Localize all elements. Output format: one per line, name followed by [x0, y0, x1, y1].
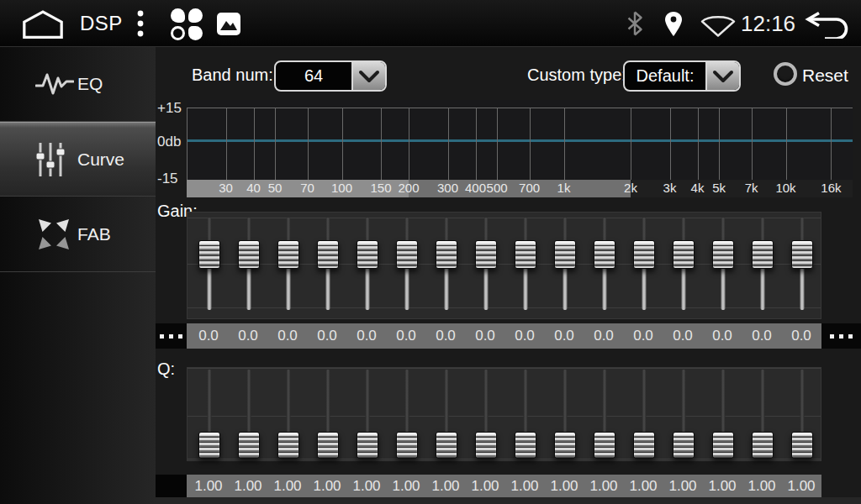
gain-slider-13[interactable] — [673, 218, 695, 310]
gain-slider-14[interactable] — [712, 218, 734, 310]
q-slider-16[interactable] — [791, 368, 813, 459]
gain-slider-1[interactable] — [198, 218, 220, 310]
bluetooth-icon — [626, 11, 643, 36]
q-slider-1[interactable] — [198, 368, 220, 459]
q-value-7: 1.00 — [431, 478, 459, 495]
clover-petal — [171, 8, 185, 23]
grid-line-freq — [342, 108, 343, 180]
sidebar-item-curve[interactable]: Curve — [0, 122, 156, 197]
grid-line-freq — [631, 108, 631, 180]
q-slider-15[interactable] — [752, 368, 774, 459]
q-value-11: 1.00 — [589, 478, 617, 495]
q-slider-9[interactable] — [515, 368, 536, 459]
slider-handle[interactable] — [317, 240, 339, 269]
slider-handle[interactable] — [752, 240, 774, 269]
gain-slider-9[interactable] — [515, 218, 536, 310]
q-slider-7[interactable] — [436, 368, 457, 459]
sidebar: EQ Curve FAB — [0, 47, 156, 504]
grid-line-freq — [381, 108, 382, 180]
slider-handle[interactable] — [198, 240, 220, 269]
custom-type-value: Default: — [625, 62, 705, 90]
slider-handle[interactable] — [396, 432, 418, 459]
q-slider-8[interactable] — [475, 368, 497, 459]
overflow-menu-icon[interactable] — [135, 9, 146, 38]
slider-track-upper — [247, 370, 251, 437]
gain-slider-15[interactable] — [752, 218, 774, 310]
gallery-icon[interactable] — [217, 13, 240, 35]
slider-handle[interactable] — [357, 240, 378, 269]
slider-handle[interactable] — [396, 240, 418, 269]
gain-slider-5[interactable] — [357, 218, 378, 310]
y-axis-label-0db: 0db — [157, 134, 186, 150]
back-icon[interactable] — [801, 10, 852, 39]
slider-handle[interactable] — [554, 240, 576, 269]
slider-handle[interactable] — [436, 240, 457, 269]
slider-track-upper — [326, 370, 330, 437]
grid-line-freq — [752, 108, 753, 180]
slider-handle[interactable] — [712, 432, 734, 459]
slider-handle[interactable] — [238, 240, 260, 269]
q-slider-14[interactable] — [712, 368, 734, 459]
sidebar-item-fab[interactable]: FAB — [0, 197, 156, 272]
slider-handle[interactable] — [594, 240, 615, 269]
q-slider-2[interactable] — [238, 368, 260, 459]
slider-handle[interactable] — [277, 240, 299, 269]
reset-radio[interactable] — [774, 62, 797, 86]
gain-slider-12[interactable] — [633, 218, 655, 310]
sidebar-item-eq[interactable]: EQ — [0, 47, 156, 122]
slider-handle[interactable] — [791, 240, 813, 269]
gain-slider-8[interactable] — [475, 218, 497, 310]
q-slider-11[interactable] — [594, 368, 615, 459]
q-value-2: 1.00 — [234, 478, 261, 495]
band-num-dropdown[interactable]: 64 — [274, 60, 387, 92]
q-slider-6[interactable] — [396, 368, 418, 459]
gain-more-left-button[interactable] — [156, 323, 187, 349]
gain-value-strip: 0.00.00.00.00.00.00.00.00.00.00.00.00.00… — [187, 323, 821, 349]
q-slider-12[interactable] — [633, 368, 655, 459]
q-value-9: 1.00 — [510, 478, 538, 495]
slider-handle[interactable] — [594, 432, 615, 459]
q-value-8: 1.00 — [471, 478, 499, 495]
curve-sliders-icon — [35, 140, 66, 179]
slider-handle[interactable] — [673, 432, 695, 459]
gain-slider-7[interactable] — [436, 218, 457, 310]
slider-handle[interactable] — [238, 432, 260, 459]
gain-value-12: 0.0 — [633, 328, 653, 344]
wifi-icon — [700, 14, 737, 37]
home-icon[interactable] — [20, 8, 66, 40]
q-slider-13[interactable] — [673, 368, 695, 459]
slider-handle[interactable] — [673, 240, 695, 269]
q-slider-5[interactable] — [357, 368, 378, 459]
slider-handle[interactable] — [554, 432, 576, 459]
slider-handle[interactable] — [633, 240, 655, 269]
q-slider-10[interactable] — [554, 368, 576, 459]
gain-slider-10[interactable] — [554, 218, 576, 310]
q-slider-4[interactable] — [317, 368, 339, 459]
gain-slider-16[interactable] — [791, 218, 813, 310]
gain-slider-2[interactable] — [238, 218, 260, 310]
apps-clover-icon[interactable] — [171, 8, 203, 40]
gain-slider-11[interactable] — [594, 218, 615, 310]
gain-value-7: 0.0 — [436, 328, 456, 344]
slider-handle[interactable] — [633, 432, 655, 459]
slider-handle[interactable] — [277, 432, 299, 459]
slider-handle[interactable] — [791, 432, 813, 459]
q-value-3: 1.00 — [273, 478, 301, 495]
q-slider-3[interactable] — [277, 368, 299, 459]
slider-handle[interactable] — [198, 432, 220, 459]
slider-handle[interactable] — [712, 240, 734, 269]
slider-handle[interactable] — [317, 432, 339, 459]
slider-handle[interactable] — [515, 432, 536, 459]
slider-handle[interactable] — [436, 432, 457, 459]
gain-more-right-button[interactable] — [821, 323, 861, 349]
slider-handle[interactable] — [357, 432, 378, 459]
slider-handle[interactable] — [752, 432, 774, 459]
slider-handle[interactable] — [475, 240, 497, 269]
gain-slider-6[interactable] — [396, 218, 418, 310]
slider-handle[interactable] — [475, 432, 497, 459]
slider-handle[interactable] — [515, 240, 536, 269]
gain-slider-4[interactable] — [317, 218, 339, 310]
custom-type-dropdown[interactable]: Default: — [623, 60, 741, 92]
gain-slider-3[interactable] — [277, 218, 299, 310]
dsp-screen: DSP 12:16 EQ — [0, 0, 861, 504]
